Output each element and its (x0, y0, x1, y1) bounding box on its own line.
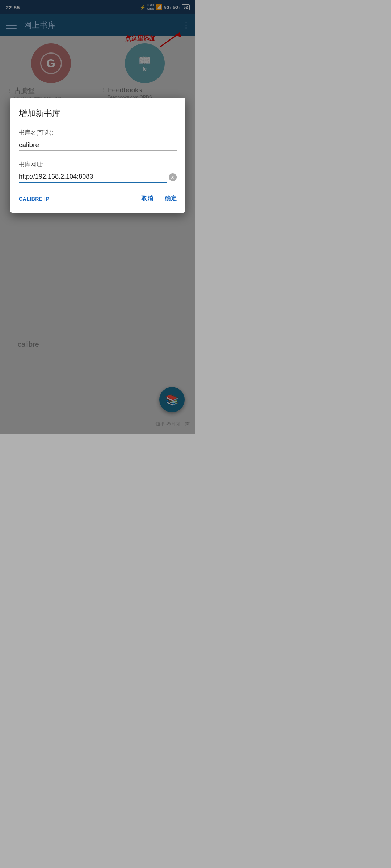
watermark: 知乎 @耳闻一声 (155, 421, 190, 427)
confirm-button[interactable]: 确定 (159, 191, 177, 206)
url-clear-button[interactable]: ✕ (169, 173, 177, 181)
url-input-wrapper: ✕ (19, 171, 177, 183)
dialog-actions: CALIBRE IP 取消 确定 (19, 191, 177, 206)
cancel-button[interactable]: 取消 (135, 191, 159, 206)
dim-overlay (0, 0, 196, 434)
url-field-group: 书库网址: ✕ (19, 161, 177, 183)
screen: 22:55 ⚡ 0.30KB/S 📶 5G↑ 5G↑ 52 网上书库 ⋮ 点这里… (0, 0, 196, 434)
name-input-wrapper (19, 140, 177, 151)
url-input[interactable] (19, 171, 167, 183)
name-field-group: 书库名(可选): (19, 129, 177, 151)
name-field-label: 书库名(可选): (19, 129, 177, 137)
name-input[interactable] (19, 140, 177, 151)
calibre-ip-button[interactable]: CALIBRE IP (19, 192, 49, 205)
add-library-dialog: 增加新书库 书库名(可选): 书库网址: ✕ CALIBRE IP 取消 确定 (10, 98, 185, 213)
url-field-label: 书库网址: (19, 161, 177, 169)
dialog-title: 增加新书库 (19, 108, 177, 119)
